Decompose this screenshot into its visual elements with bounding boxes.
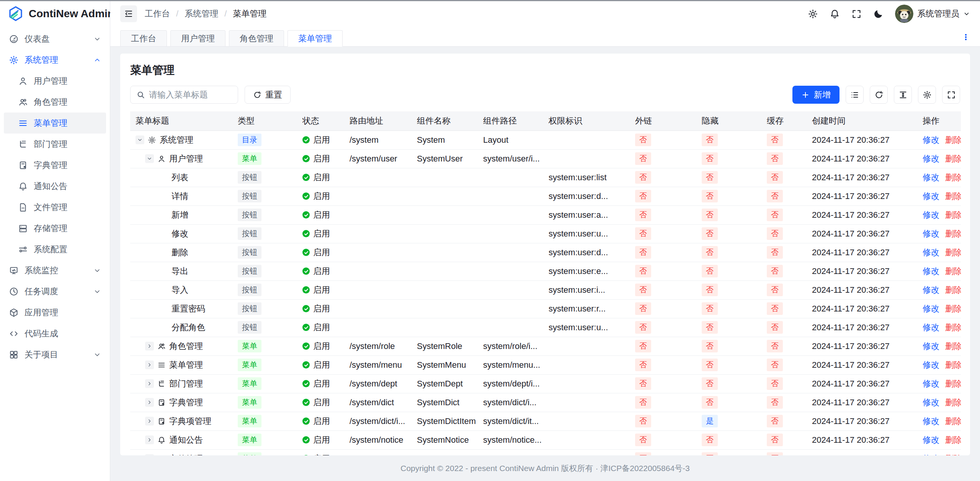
view-list-button[interactable] [846, 86, 864, 104]
delete-link[interactable]: 删除 [945, 173, 961, 182]
tab-actions-dots-icon[interactable] [962, 33, 970, 41]
delete-link[interactable]: 删除 [945, 266, 961, 276]
sidebar-collapse-button[interactable] [120, 5, 137, 22]
status: 启用 [302, 134, 339, 146]
avatar[interactable] [895, 5, 913, 23]
column-header-外链: 外链 [630, 111, 696, 130]
edit-link[interactable]: 修改 [923, 285, 939, 295]
delete-link[interactable]: 删除 [945, 341, 961, 351]
tree-toggle-expand[interactable] [145, 379, 154, 388]
sidebar-item-通知公告[interactable]: 通知公告 [4, 176, 106, 197]
column-settings-button[interactable] [918, 86, 936, 104]
delete-link[interactable]: 删除 [945, 323, 961, 332]
status-enabled-icon [302, 417, 310, 425]
sidebar-item-label: 仪表盘 [24, 33, 50, 45]
edit-link[interactable]: 修改 [923, 191, 939, 201]
delete-link[interactable]: 删除 [945, 398, 961, 407]
tree-toggle-collapse[interactable] [136, 135, 144, 144]
dark-mode-moon-icon[interactable] [873, 9, 884, 19]
component-name [412, 262, 478, 280]
edit-link[interactable]: 修改 [923, 229, 939, 238]
type-badge: 菜单 [238, 152, 261, 165]
sidebar-item-系统配置[interactable]: 系统配置 [4, 239, 106, 260]
edit-link[interactable]: 修改 [923, 173, 939, 182]
component-name [412, 318, 478, 337]
delete-link[interactable]: 删除 [945, 135, 961, 145]
badge-no: 否 [702, 377, 718, 390]
sidebar-item-系统管理[interactable]: 系统管理 [4, 49, 106, 70]
search-input[interactable] [149, 90, 232, 100]
refresh-table-button[interactable] [870, 86, 888, 104]
sidebar-item-角色管理[interactable]: 角色管理 [4, 91, 106, 113]
sidebar-item-用户管理[interactable]: 用户管理 [4, 70, 106, 91]
component-path [478, 280, 543, 299]
delete-link[interactable]: 删除 [945, 379, 961, 388]
edit-link[interactable]: 修改 [923, 341, 939, 351]
created-time: 2024-11-17 20:36:27 [807, 412, 917, 430]
tab-菜单管理[interactable]: 菜单管理 [287, 30, 343, 47]
tree-toggle-expand[interactable] [145, 398, 154, 407]
edit-link[interactable]: 修改 [923, 398, 939, 407]
sidebar-item-代码生成[interactable]: 代码生成 [4, 323, 106, 344]
delete-link[interactable]: 删除 [945, 210, 961, 220]
sidebar-item-文件管理[interactable]: 文件管理 [4, 197, 106, 218]
tree-toggle-expand[interactable] [145, 417, 154, 426]
component-path [478, 168, 543, 187]
sidebar-item-字典管理[interactable]: 字典管理 [4, 155, 106, 176]
breadcrumb-item-system[interactable]: 系统管理 [185, 8, 218, 20]
edit-link[interactable]: 修改 [923, 323, 939, 332]
status: 启用 [302, 228, 339, 240]
column-header-组件名称: 组件名称 [412, 111, 478, 130]
tree-toggle-expand[interactable] [145, 360, 154, 369]
status-label: 启用 [313, 284, 330, 296]
delete-link[interactable]: 删除 [945, 285, 961, 295]
notifications-bell-icon[interactable] [830, 9, 840, 19]
edit-link[interactable]: 修改 [923, 154, 939, 163]
breadcrumb-item-workbench[interactable]: 工作台 [145, 8, 170, 20]
sidebar-item-关于项目[interactable]: 关于项目 [4, 344, 106, 365]
edit-link[interactable]: 修改 [923, 379, 939, 388]
sidebar-item-存储管理[interactable]: 存储管理 [4, 218, 106, 239]
sidebar-item-仪表盘[interactable]: 仪表盘 [4, 28, 106, 49]
row-height-button[interactable] [894, 86, 912, 104]
sidebar-item-应用管理[interactable]: 应用管理 [4, 302, 106, 323]
edit-link[interactable]: 修改 [923, 360, 939, 370]
reset-button[interactable]: 重置 [245, 86, 291, 104]
edit-link[interactable]: 修改 [923, 416, 939, 426]
badge-no: 否 [635, 227, 651, 240]
tab-角色管理[interactable]: 角色管理 [229, 30, 284, 47]
delete-link[interactable]: 删除 [945, 191, 961, 201]
delete-link[interactable]: 删除 [945, 154, 961, 163]
table-fullscreen-button[interactable] [942, 86, 960, 104]
delete-link[interactable]: 删除 [945, 229, 961, 238]
delete-link[interactable]: 删除 [945, 304, 961, 313]
tab-工作台[interactable]: 工作台 [120, 30, 167, 47]
fullscreen-icon[interactable] [851, 9, 862, 19]
status-label: 启用 [313, 134, 330, 146]
sidebar-item-部门管理[interactable]: 部门管理 [4, 134, 106, 155]
delete-link[interactable]: 删除 [945, 360, 961, 370]
sidebar-item-系统监控[interactable]: 系统监控 [4, 260, 106, 281]
edit-link[interactable]: 修改 [923, 248, 939, 257]
delete-link[interactable]: 删除 [945, 435, 961, 445]
sidebar-item-菜单管理[interactable]: 菜单管理 [4, 113, 106, 134]
sidebar-item-任务调度[interactable]: 任务调度 [4, 281, 106, 302]
badge-no: 否 [635, 265, 651, 277]
tree-toggle-expand[interactable] [145, 342, 154, 351]
edit-link[interactable]: 修改 [923, 435, 939, 445]
user-menu[interactable]: 系统管理员 [895, 5, 970, 23]
add-button[interactable]: 新增 [792, 86, 840, 104]
tab-用户管理[interactable]: 用户管理 [170, 30, 225, 47]
edit-link[interactable]: 修改 [923, 266, 939, 276]
delete-link[interactable]: 删除 [945, 248, 961, 257]
permission-key [543, 449, 630, 455]
edit-link[interactable]: 修改 [923, 304, 939, 313]
tree-toggle-expand[interactable] [145, 435, 154, 444]
tree-toggle-collapse[interactable] [145, 154, 154, 163]
edit-link[interactable]: 修改 [923, 135, 939, 145]
badge-no: 否 [767, 284, 783, 296]
delete-link[interactable]: 删除 [945, 416, 961, 426]
route-path [344, 280, 412, 299]
settings-gear-icon[interactable] [808, 9, 818, 19]
edit-link[interactable]: 修改 [923, 210, 939, 220]
